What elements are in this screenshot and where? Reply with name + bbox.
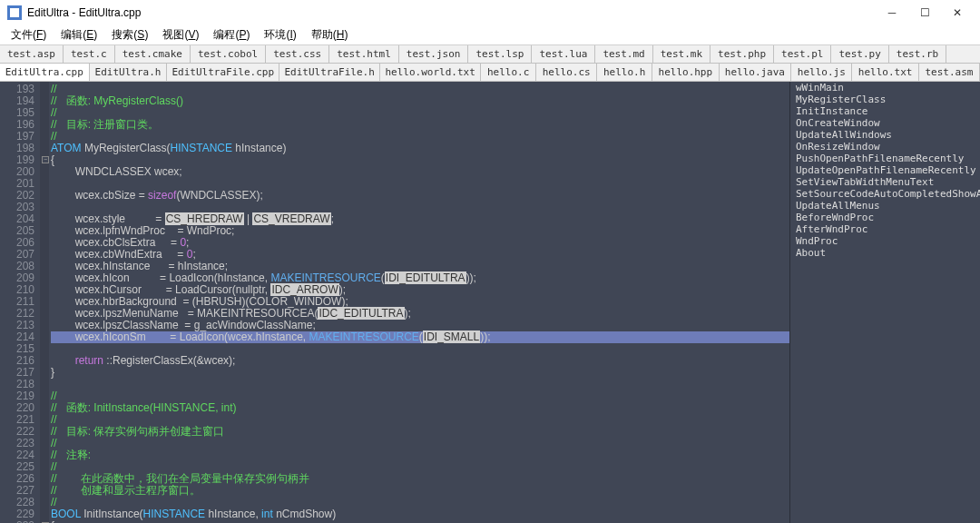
file-tab[interactable]: test.pl [774,45,831,63]
close-button[interactable]: ✕ [942,2,973,24]
file-tab[interactable]: test.cmake [115,45,191,63]
file-tab[interactable]: hello.hpp [652,64,719,81]
code-editor[interactable]: 1931941951961971981992002012022032042052… [0,82,789,523]
file-tab[interactable]: test.c [64,45,115,63]
symbol-item[interactable]: UpdateAllWindows [790,129,980,141]
file-tab[interactable]: test.html [329,45,399,63]
file-tab[interactable]: EditUltra.cpp [0,64,90,81]
code-area[interactable]: //// 函数: MyRegisterClass()//// 目标: 注册窗口类… [51,82,789,523]
window-title: EditUltra - EditUltra.cpp [27,6,877,19]
symbol-item[interactable]: SetSourceCodeAutoCompletedShowAft [790,188,980,200]
symbol-item[interactable]: UpdateAllMenus [790,200,980,212]
symbol-item[interactable]: UpdateOpenPathFilenameRecently [790,164,980,176]
file-tab[interactable]: test.json [399,45,469,63]
file-tab[interactable]: hello.java [720,64,792,81]
menu-item[interactable]: 环境(I) [257,25,303,44]
symbol-item[interactable]: OnCreateWindow [790,117,980,129]
file-tab[interactable]: test.lsp [468,45,532,63]
titlebar: EditUltra - EditUltra.cpp ─ ☐ ✕ [0,0,980,25]
menu-item[interactable]: 帮助(H) [304,25,356,44]
file-tab[interactable]: hello.txt [852,64,918,81]
minimize-button[interactable]: ─ [877,2,907,24]
menu-item[interactable]: 搜索(S) [104,25,155,44]
file-tab[interactable]: test.py [831,45,888,63]
menubar: 文件(F)编辑(E)搜索(S)视图(V)编程(P)环境(I)帮助(H) [0,25,980,45]
file-tab[interactable]: EditUltraFile.cpp [167,64,279,81]
file-tab[interactable]: hello.cs [536,64,597,81]
symbol-item[interactable]: PushOpenPathFilenameRecently [790,153,980,164]
file-tab[interactable]: test.php [710,45,774,63]
fold-column [40,82,49,523]
line-gutter: 1931941951961971981992002012022032042052… [0,82,40,523]
file-tab[interactable]: hello.world.txt [380,64,481,81]
symbol-item[interactable]: SetViewTabWidthMenuText [790,176,980,188]
symbol-item[interactable]: MyRegisterClass [790,94,980,105]
file-tab[interactable]: test.md [595,45,652,63]
symbol-item[interactable]: WndProc [790,235,980,247]
symbol-sidebar: wWinMainMyRegisterClassInitInstanceOnCre… [789,82,980,523]
file-tab[interactable]: test.mk [653,45,710,63]
menu-item[interactable]: 编辑(E) [54,25,104,44]
file-tab[interactable]: hello.h [597,64,652,81]
menu-item[interactable]: 编程(P) [206,25,257,44]
tab-row-1: test.asptest.ctest.cmaketest.coboltest.c… [0,45,980,64]
app-icon [7,5,22,20]
file-tab[interactable]: test.rb [889,45,946,63]
file-tab[interactable]: test.asm [919,64,980,81]
symbol-item[interactable]: BeforeWndProc [790,212,980,223]
file-tab[interactable]: test.css [266,45,329,63]
symbol-item[interactable]: wWinMain [790,82,980,94]
file-tab[interactable]: test.cobol [191,45,266,63]
symbol-item[interactable]: OnResizeWindow [790,141,980,153]
tab-row-2: EditUltra.cppEditUltra.hEditUltraFile.cp… [0,64,980,82]
symbol-item[interactable]: About [790,247,980,259]
menu-item[interactable]: 视图(V) [155,25,206,44]
menu-item[interactable]: 文件(F) [4,25,54,44]
file-tab[interactable]: EditUltraFile.h [279,64,380,81]
fold-toggle[interactable]: − [42,156,49,163]
file-tab[interactable]: hello.c [481,64,536,81]
file-tab[interactable]: hello.js [791,64,852,81]
svg-rect-1 [10,8,19,17]
symbol-item[interactable]: AfterWndProc [790,223,980,235]
file-tab[interactable]: test.lua [532,45,595,63]
symbol-item[interactable]: InitInstance [790,105,980,117]
file-tab[interactable]: EditUltra.h [90,64,168,81]
file-tab[interactable]: test.asp [0,45,64,63]
maximize-button[interactable]: ☐ [909,2,940,24]
